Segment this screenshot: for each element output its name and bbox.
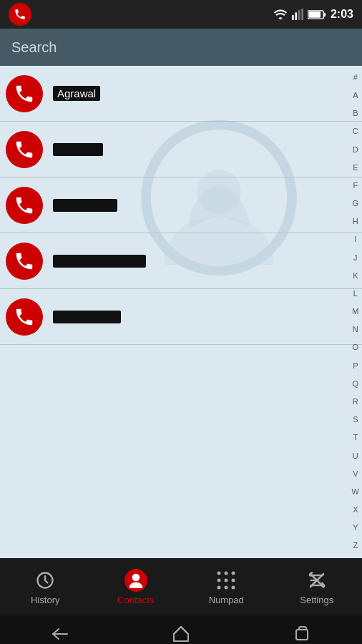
svg-rect-26 [296, 630, 308, 640]
contacts-icon [124, 569, 147, 592]
alpha-h[interactable]: H [353, 216, 358, 227]
svg-rect-1 [295, 12, 297, 20]
svg-point-15 [217, 578, 221, 582]
nav-item-settings[interactable]: Settings [272, 569, 363, 605]
contact-name-redacted [53, 143, 103, 156]
search-bar[interactable]: Search [0, 29, 362, 66]
history-icon [34, 569, 57, 592]
contact-row[interactable] [0, 233, 362, 289]
contact-phone-icon [6, 131, 43, 168]
alpha-z[interactable]: Z [353, 540, 358, 551]
nav-label-numpad: Numpad [209, 595, 244, 605]
signal-icon [292, 9, 303, 20]
svg-point-12 [217, 571, 221, 575]
svg-marker-25 [174, 627, 188, 641]
alpha-o[interactable]: O [353, 342, 359, 353]
alpha-s[interactable]: S [353, 414, 358, 425]
contact-name-redacted [53, 255, 146, 268]
contact-phone-icon [6, 187, 43, 224]
svg-rect-3 [301, 9, 303, 20]
nav-label-history: History [31, 595, 59, 605]
contact-phone-icon [6, 298, 43, 336]
svg-point-20 [232, 585, 235, 589]
system-nav-bar [0, 615, 362, 644]
status-bar: 2:03 [0, 0, 362, 29]
alpha-u[interactable]: U [353, 451, 358, 462]
alphabet-sidebar[interactable]: # A B C D E F G H I J K L M N O P Q R S … [352, 66, 359, 558]
alpha-d[interactable]: D [353, 145, 358, 155]
alpha-p[interactable]: P [353, 361, 358, 371]
wifi-icon [273, 9, 288, 20]
svg-point-14 [232, 571, 235, 575]
alpha-r[interactable]: R [353, 396, 358, 407]
contact-name-redacted [53, 311, 121, 323]
alpha-n[interactable]: N [353, 324, 358, 335]
numpad-icon [215, 569, 238, 592]
alpha-c[interactable]: C [353, 126, 358, 137]
app-icon [9, 3, 31, 26]
alpha-l[interactable]: L [353, 288, 358, 299]
svg-rect-2 [298, 10, 300, 20]
contact-phone-icon [6, 75, 43, 112]
status-time: 2:03 [331, 8, 353, 21]
settings-icon [305, 569, 328, 592]
contact-list: Agrawal [0, 66, 362, 345]
nav-label-contacts: Contacts [117, 595, 154, 605]
back-button[interactable] [50, 627, 70, 641]
svg-point-16 [225, 578, 228, 582]
alpha-hash[interactable]: # [353, 72, 358, 83]
nav-item-numpad[interactable]: Numpad [181, 569, 272, 605]
alpha-j[interactable]: J [353, 253, 358, 263]
alpha-m[interactable]: M [352, 306, 358, 317]
status-icons: 2:03 [273, 8, 353, 21]
nav-item-contacts[interactable]: Contacts [91, 569, 182, 605]
contacts-area: Agrawal [0, 66, 362, 558]
contact-row[interactable] [0, 122, 362, 177]
search-label: Search [11, 39, 57, 56]
nav-item-history[interactable]: History [0, 569, 91, 605]
alpha-g[interactable]: G [353, 198, 359, 209]
contact-name-redacted [53, 199, 117, 212]
svg-point-18 [217, 585, 221, 589]
alpha-b[interactable]: B [353, 108, 358, 119]
alpha-w[interactable]: W [352, 487, 359, 497]
contact-row[interactable] [0, 289, 362, 345]
svg-point-13 [225, 571, 228, 575]
alpha-i[interactable]: I [354, 234, 356, 245]
alpha-e[interactable]: E [353, 162, 358, 173]
alpha-f[interactable]: F [353, 180, 358, 191]
bottom-nav: History Contacts Numpad [0, 558, 362, 615]
alpha-t[interactable]: T [353, 432, 358, 443]
svg-point-11 [132, 573, 140, 581]
nav-label-settings: Settings [300, 595, 333, 605]
alpha-q[interactable]: Q [353, 379, 359, 389]
alpha-x[interactable]: X [353, 504, 358, 515]
svg-point-19 [225, 585, 228, 589]
alpha-a[interactable]: A [353, 90, 358, 101]
contact-name: Agrawal [53, 86, 100, 101]
alpha-k[interactable]: K [353, 270, 358, 281]
home-button[interactable] [171, 624, 191, 644]
alpha-v[interactable]: V [353, 469, 358, 479]
battery-icon [308, 10, 326, 19]
svg-rect-0 [292, 15, 294, 20]
contact-row[interactable]: Agrawal [0, 66, 362, 122]
svg-rect-5 [324, 12, 326, 16]
svg-point-17 [232, 578, 235, 582]
contact-phone-icon [6, 243, 43, 280]
recent-apps-button[interactable] [292, 624, 312, 644]
svg-rect-6 [308, 11, 321, 17]
alpha-y[interactable]: Y [353, 522, 358, 533]
contact-row[interactable] [0, 177, 362, 233]
